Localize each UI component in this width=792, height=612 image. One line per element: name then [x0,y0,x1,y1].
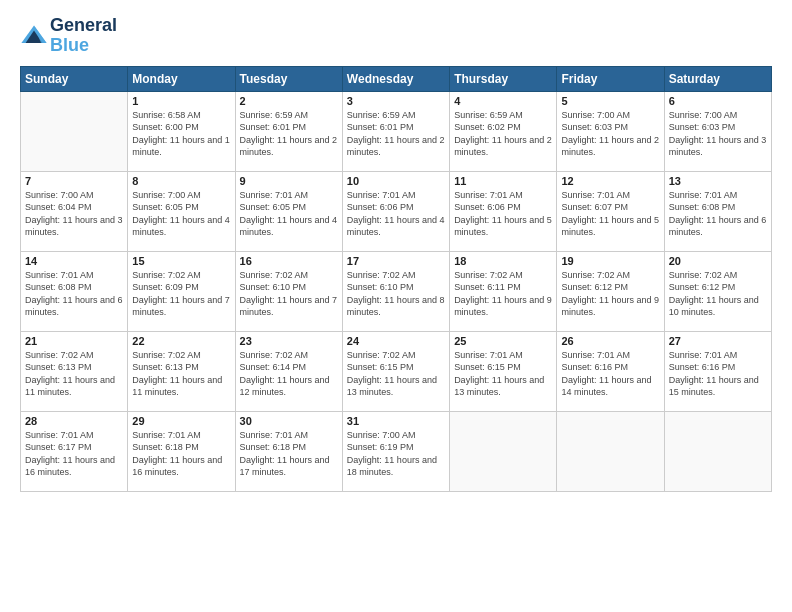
weekday-header: Tuesday [235,66,342,91]
calendar-cell: 7Sunrise: 7:00 AMSunset: 6:04 PMDaylight… [21,171,128,251]
day-number: 10 [347,175,445,187]
day-number: 26 [561,335,659,347]
day-info: Sunrise: 7:02 AMSunset: 6:12 PMDaylight:… [561,269,659,319]
page: General Blue SundayMondayTuesdayWednesda… [0,0,792,612]
day-info: Sunrise: 7:02 AMSunset: 6:09 PMDaylight:… [132,269,230,319]
day-number: 17 [347,255,445,267]
weekday-header: Sunday [21,66,128,91]
day-info: Sunrise: 7:00 AMSunset: 6:03 PMDaylight:… [561,109,659,159]
day-info: Sunrise: 7:01 AMSunset: 6:16 PMDaylight:… [669,349,767,399]
calendar-cell: 31Sunrise: 7:00 AMSunset: 6:19 PMDayligh… [342,411,449,491]
day-info: Sunrise: 7:00 AMSunset: 6:03 PMDaylight:… [669,109,767,159]
logo: General Blue [20,16,117,56]
calendar-week-row: 1Sunrise: 6:58 AMSunset: 6:00 PMDaylight… [21,91,772,171]
day-number: 18 [454,255,552,267]
calendar-cell: 25Sunrise: 7:01 AMSunset: 6:15 PMDayligh… [450,331,557,411]
calendar-cell: 20Sunrise: 7:02 AMSunset: 6:12 PMDayligh… [664,251,771,331]
day-number: 19 [561,255,659,267]
day-info: Sunrise: 7:00 AMSunset: 6:19 PMDaylight:… [347,429,445,479]
day-info: Sunrise: 7:01 AMSunset: 6:17 PMDaylight:… [25,429,123,479]
day-info: Sunrise: 6:58 AMSunset: 6:00 PMDaylight:… [132,109,230,159]
calendar-cell: 26Sunrise: 7:01 AMSunset: 6:16 PMDayligh… [557,331,664,411]
day-number: 2 [240,95,338,107]
calendar-cell [450,411,557,491]
day-info: Sunrise: 6:59 AMSunset: 6:01 PMDaylight:… [347,109,445,159]
calendar-cell: 29Sunrise: 7:01 AMSunset: 6:18 PMDayligh… [128,411,235,491]
day-number: 23 [240,335,338,347]
logo-line1: General [50,16,117,36]
logo-line2: Blue [50,35,89,55]
day-number: 22 [132,335,230,347]
calendar-cell: 14Sunrise: 7:01 AMSunset: 6:08 PMDayligh… [21,251,128,331]
day-number: 1 [132,95,230,107]
calendar-cell: 21Sunrise: 7:02 AMSunset: 6:13 PMDayligh… [21,331,128,411]
calendar-cell: 2Sunrise: 6:59 AMSunset: 6:01 PMDaylight… [235,91,342,171]
weekday-header: Thursday [450,66,557,91]
calendar-week-row: 14Sunrise: 7:01 AMSunset: 6:08 PMDayligh… [21,251,772,331]
day-info: Sunrise: 7:00 AMSunset: 6:05 PMDaylight:… [132,189,230,239]
day-info: Sunrise: 6:59 AMSunset: 6:01 PMDaylight:… [240,109,338,159]
day-number: 20 [669,255,767,267]
day-number: 27 [669,335,767,347]
day-info: Sunrise: 7:01 AMSunset: 6:16 PMDaylight:… [561,349,659,399]
day-number: 8 [132,175,230,187]
day-number: 28 [25,415,123,427]
logo-text: General Blue [50,16,117,56]
logo-icon [20,22,48,50]
day-info: Sunrise: 7:02 AMSunset: 6:14 PMDaylight:… [240,349,338,399]
calendar-cell: 9Sunrise: 7:01 AMSunset: 6:05 PMDaylight… [235,171,342,251]
day-info: Sunrise: 7:01 AMSunset: 6:15 PMDaylight:… [454,349,552,399]
calendar-week-row: 7Sunrise: 7:00 AMSunset: 6:04 PMDaylight… [21,171,772,251]
day-number: 5 [561,95,659,107]
day-number: 4 [454,95,552,107]
calendar-cell: 3Sunrise: 6:59 AMSunset: 6:01 PMDaylight… [342,91,449,171]
day-info: Sunrise: 7:02 AMSunset: 6:13 PMDaylight:… [25,349,123,399]
calendar-cell: 24Sunrise: 7:02 AMSunset: 6:15 PMDayligh… [342,331,449,411]
calendar-cell: 10Sunrise: 7:01 AMSunset: 6:06 PMDayligh… [342,171,449,251]
calendar-cell: 11Sunrise: 7:01 AMSunset: 6:06 PMDayligh… [450,171,557,251]
day-number: 15 [132,255,230,267]
day-number: 9 [240,175,338,187]
day-info: Sunrise: 7:02 AMSunset: 6:11 PMDaylight:… [454,269,552,319]
calendar-cell: 15Sunrise: 7:02 AMSunset: 6:09 PMDayligh… [128,251,235,331]
calendar-cell [557,411,664,491]
calendar-cell: 18Sunrise: 7:02 AMSunset: 6:11 PMDayligh… [450,251,557,331]
calendar-cell: 27Sunrise: 7:01 AMSunset: 6:16 PMDayligh… [664,331,771,411]
day-number: 31 [347,415,445,427]
day-info: Sunrise: 7:02 AMSunset: 6:10 PMDaylight:… [347,269,445,319]
calendar-week-row: 21Sunrise: 7:02 AMSunset: 6:13 PMDayligh… [21,331,772,411]
day-number: 21 [25,335,123,347]
calendar-cell: 28Sunrise: 7:01 AMSunset: 6:17 PMDayligh… [21,411,128,491]
calendar-cell: 23Sunrise: 7:02 AMSunset: 6:14 PMDayligh… [235,331,342,411]
day-number: 24 [347,335,445,347]
day-info: Sunrise: 7:02 AMSunset: 6:10 PMDaylight:… [240,269,338,319]
day-info: Sunrise: 7:01 AMSunset: 6:07 PMDaylight:… [561,189,659,239]
day-number: 12 [561,175,659,187]
day-number: 3 [347,95,445,107]
day-number: 11 [454,175,552,187]
calendar-cell: 12Sunrise: 7:01 AMSunset: 6:07 PMDayligh… [557,171,664,251]
day-number: 6 [669,95,767,107]
calendar-cell: 19Sunrise: 7:02 AMSunset: 6:12 PMDayligh… [557,251,664,331]
calendar-cell: 13Sunrise: 7:01 AMSunset: 6:08 PMDayligh… [664,171,771,251]
day-info: Sunrise: 7:01 AMSunset: 6:06 PMDaylight:… [454,189,552,239]
day-info: Sunrise: 7:01 AMSunset: 6:18 PMDaylight:… [132,429,230,479]
day-info: Sunrise: 7:01 AMSunset: 6:08 PMDaylight:… [25,269,123,319]
calendar-cell: 30Sunrise: 7:01 AMSunset: 6:18 PMDayligh… [235,411,342,491]
day-number: 25 [454,335,552,347]
calendar-cell: 5Sunrise: 7:00 AMSunset: 6:03 PMDaylight… [557,91,664,171]
day-info: Sunrise: 7:01 AMSunset: 6:08 PMDaylight:… [669,189,767,239]
day-info: Sunrise: 7:01 AMSunset: 6:06 PMDaylight:… [347,189,445,239]
weekday-header: Saturday [664,66,771,91]
weekday-header: Monday [128,66,235,91]
calendar-cell: 6Sunrise: 7:00 AMSunset: 6:03 PMDaylight… [664,91,771,171]
calendar-cell: 22Sunrise: 7:02 AMSunset: 6:13 PMDayligh… [128,331,235,411]
calendar: SundayMondayTuesdayWednesdayThursdayFrid… [20,66,772,492]
day-number: 14 [25,255,123,267]
calendar-cell: 16Sunrise: 7:02 AMSunset: 6:10 PMDayligh… [235,251,342,331]
day-info: Sunrise: 7:00 AMSunset: 6:04 PMDaylight:… [25,189,123,239]
day-number: 13 [669,175,767,187]
day-info: Sunrise: 7:02 AMSunset: 6:12 PMDaylight:… [669,269,767,319]
day-number: 16 [240,255,338,267]
day-number: 29 [132,415,230,427]
